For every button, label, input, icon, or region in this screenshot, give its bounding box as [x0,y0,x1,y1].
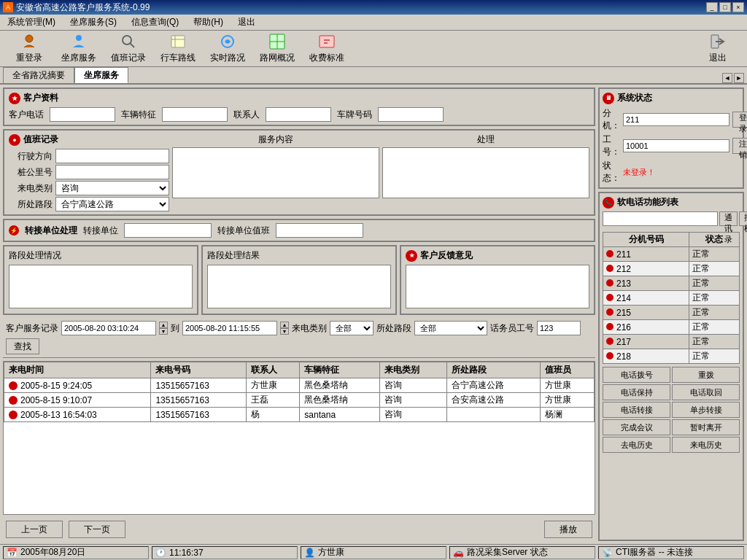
toolbar-relogin[interactable]: 重登录 [6,33,53,65]
toolbar-seat-service[interactable]: 坐席服务 [55,33,102,65]
search-button[interactable]: 查找 [6,338,39,354]
menu-system[interactable]: 系统管理(M) [3,15,60,30]
phone-table-row[interactable]: 211 正常 [603,247,740,262]
phone-status-cell: 正常 [689,291,740,306]
service-content-label: 服务内容 [172,133,379,146]
from-date-down[interactable]: ▼ [159,328,168,335]
tab-prev-button[interactable]: ◄ [722,73,732,83]
toolbar-relogin-label: 重登录 [16,52,42,64]
phone-table-row[interactable]: 217 正常 [603,335,740,349]
play-button[interactable]: 播放 [544,521,592,538]
away-button[interactable]: 暂时离开 [672,419,740,435]
grab-phone-button[interactable]: 摘机 [739,211,747,226]
tab-road-overview[interactable]: 全省路况摘要 [3,67,74,83]
outgoing-history-button[interactable]: 去电历史 [603,437,670,453]
from-date-spinner[interactable]: ▲ ▼ [159,322,168,335]
process-textarea[interactable] [382,147,589,198]
phone-status-cell: 正常 [689,276,740,291]
toolbar-realtime[interactable]: 实时路况 [204,33,251,65]
record-to-date-input[interactable] [182,321,277,335]
hold-button[interactable]: 电话保持 [603,384,670,400]
contact-input[interactable] [266,107,331,122]
transfer-unit-input[interactable] [124,223,212,238]
number-cell: 13515657163 [151,408,246,422]
road-status-textarea[interactable] [9,265,193,308]
phone-number-cell: 217 [603,335,689,349]
customer-phone-input[interactable] [50,107,115,122]
table-row[interactable]: 2005-8-15 9:10:07 13515657163 王磊 黑色桑塔纳 咨… [4,393,595,408]
road-feedback-area: 路段处理情况 路段处理结果 ★ 客户反馈意见 [3,245,595,315]
logout-sys-button[interactable]: 注销 [732,138,747,154]
toolbar-route[interactable]: 行车路线 [155,33,201,65]
menu-seat[interactable]: 坐席服务(S) [66,15,121,30]
from-date-up[interactable]: ▲ [159,322,168,328]
feedback-title: 客户反馈意见 [420,249,473,262]
prev-page-button[interactable]: 上一页 [6,521,63,538]
direction-input[interactable] [55,149,169,163]
phone-table-row[interactable]: 214 正常 [603,291,740,306]
road-search-select[interactable]: 全部 合宁高速公路 合安高速公路 [414,321,487,335]
single-transfer-button[interactable]: 单步转接 [672,402,740,418]
toolbar-bid-record[interactable]: 值班记录 [105,33,152,65]
tab-next-button[interactable]: ► [734,73,744,83]
service-content-textarea[interactable] [172,147,379,198]
record-search-label: 客户服务记录 [6,322,58,335]
bid-title: 值班记录 [23,133,58,146]
svg-line-3 [130,43,134,47]
work-input[interactable] [623,139,729,152]
record-from-date-input[interactable] [61,321,156,335]
phone-search-input[interactable] [603,211,718,226]
phone-table-row[interactable]: 218 正常 [603,349,740,364]
phone-table-row[interactable]: 213 正常 [603,276,740,291]
address-book-button[interactable]: 通讯录 [719,211,738,226]
close-button[interactable]: × [732,2,744,12]
toolbar-network[interactable]: 路网概况 [254,33,301,65]
table-row[interactable]: 2005-8-13 16:54:03 13515657163 杨 santana… [4,408,595,422]
phone-table-row[interactable]: 216 正常 [603,320,740,335]
retrieve-button[interactable]: 电话取回 [672,384,740,400]
transfer-button[interactable]: 电话转接 [603,402,670,418]
call-type-search-select[interactable]: 全部 咨询 投诉 [330,321,374,335]
road-select[interactable]: 合宁高速公路 合安高速公路 全部 [55,197,169,211]
menu-exit[interactable]: 退出 [233,15,260,30]
transfer-shift-input[interactable] [276,223,363,238]
dial-button[interactable]: 电话拨号 [603,367,670,383]
status-date: 📅 2005年08月20日 [3,546,149,559]
to-date-spinner[interactable]: ▲ ▼ [280,322,289,335]
minimize-button[interactable]: _ [706,2,718,12]
phone-table-row[interactable]: 215 正常 [603,306,740,320]
phone-status-cell: 正常 [689,306,740,320]
redial-button[interactable]: 重拨 [672,367,740,383]
agent-input[interactable] [537,321,581,335]
phone-status-cell: 正常 [689,247,740,262]
transfer-unit-label: 转接单位 [83,225,118,237]
number-cell: 13515657163 [151,378,246,393]
feedback-textarea[interactable] [406,265,589,308]
tab-seat-service[interactable]: 坐席服务 [74,67,128,83]
call-type-select[interactable]: 咨询 投诉 求助 建议 [55,181,169,195]
conference-button[interactable]: 完成会议 [603,419,670,435]
vehicle-input[interactable] [162,107,228,122]
to-date-up[interactable]: ▲ [280,322,289,328]
table-row[interactable]: 2005-8-15 9:24:05 13515657163 方世康 黑色桑塔纳 … [4,378,595,393]
branch-input[interactable] [623,113,729,126]
maximize-button[interactable]: □ [719,2,731,12]
data-table: 来电时间 来电号码 联系人 车辆特征 来电类别 所处路段 值班员 2005-8-… [4,362,595,422]
road-result-textarea[interactable] [207,265,391,308]
phone-table-row[interactable]: 212 正常 [603,262,740,276]
contact-cell: 王磊 [246,393,300,408]
menu-info[interactable]: 信息查询(Q) [127,15,183,30]
phone-number-cell: 214 [603,291,689,306]
menu-help[interactable]: 帮助(H) [189,15,228,30]
next-page-button[interactable]: 下一页 [69,521,125,538]
svg-point-1 [76,35,82,41]
title-bar: A 安徽省高速公路客户服务系统-0.99 _ □ × [0,0,747,15]
incoming-history-button[interactable]: 来电历史 [672,437,740,453]
toolbar-logout[interactable]: 退出 [694,33,741,65]
mileage-input[interactable] [55,165,169,179]
toolbar-fee[interactable]: 收费标准 [303,33,350,65]
login-button[interactable]: 登录 [732,112,747,128]
to-date-down[interactable]: ▼ [280,328,289,335]
phone-status-cell: 正常 [689,335,740,349]
plate-input[interactable] [378,107,444,122]
